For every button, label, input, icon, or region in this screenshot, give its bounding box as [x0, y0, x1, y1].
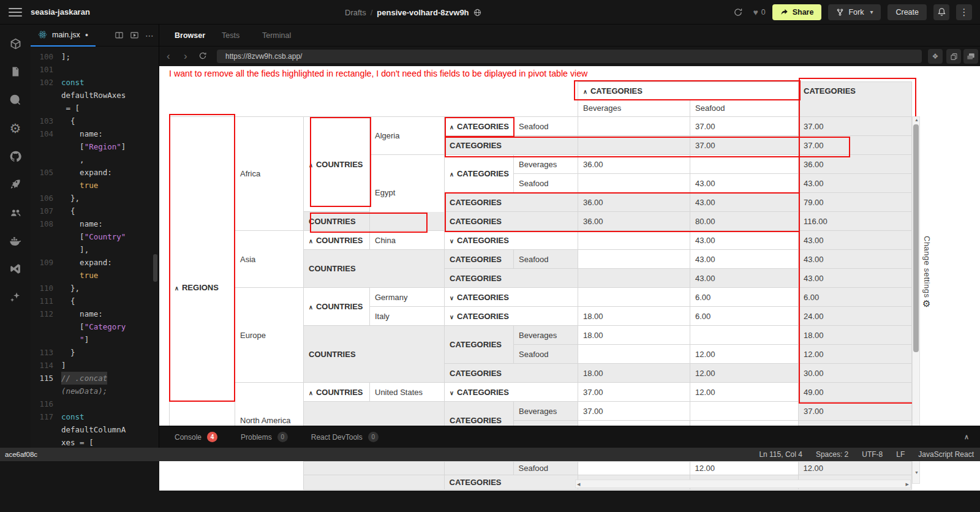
- caret-expanded-icon[interactable]: ∧: [450, 124, 454, 130]
- eol-type[interactable]: LF: [896, 450, 905, 459]
- change-settings-button[interactable]: Change settings⚙: [922, 236, 932, 308]
- deploy-rocket-icon[interactable]: [1, 170, 29, 198]
- console-tab[interactable]: Console 4: [175, 432, 217, 442]
- pivot-toggle-cell[interactable]: ∨CATEGORIES: [445, 307, 578, 326]
- scroll-right-icon[interactable]: ▶: [906, 482, 909, 487]
- collaborators-users-icon[interactable]: [1, 198, 29, 227]
- caret-collapsed-icon[interactable]: ∨: [450, 390, 454, 396]
- pivot-toggle-cell[interactable]: ∧CATEGORIES: [578, 82, 799, 100]
- caret-expanded-icon[interactable]: ∧: [309, 390, 313, 396]
- code-line: "]: [31, 333, 159, 346]
- likes-counter[interactable]: ♥ 0: [753, 7, 765, 17]
- line-number: 115: [31, 372, 61, 385]
- react-icon: [38, 30, 47, 39]
- vscode-icon[interactable]: [1, 255, 29, 283]
- tab-terminal[interactable]: Terminal: [262, 31, 291, 40]
- github-icon[interactable]: [1, 142, 29, 170]
- editor-pane: main.jsx ● ⋯ 100];101102constdefaultRowA…: [31, 24, 159, 448]
- vertical-scrollbar-thumb[interactable]: [913, 124, 919, 352]
- fork-button[interactable]: Fork ▾: [828, 4, 881, 20]
- reload-icon[interactable]: [198, 51, 207, 62]
- copy-pages-icon[interactable]: [946, 49, 961, 64]
- pivot-toggle-cell[interactable]: ∧CATEGORIES: [445, 155, 514, 193]
- pivot-toggle-cell[interactable]: ∧COUNTRIES: [304, 288, 370, 326]
- line-number: [31, 89, 61, 102]
- code-line: 101: [31, 63, 159, 76]
- ai-sparkles-icon[interactable]: [1, 283, 29, 311]
- tab-browser[interactable]: Browser: [175, 31, 205, 40]
- cursor-position[interactable]: Ln 115, Col 4: [759, 450, 802, 459]
- encoding[interactable]: UTF-8: [862, 450, 883, 459]
- open-in-new-window-icon[interactable]: [963, 49, 978, 64]
- caret-expanded-icon[interactable]: ∧: [450, 171, 454, 178]
- caret-collapsed-icon[interactable]: ∨: [450, 314, 454, 320]
- notifications-bell-icon[interactable]: [933, 4, 949, 20]
- line-number: 112: [31, 307, 61, 320]
- code-editor[interactable]: 100];101102constdefaultRowAxes = [103 {1…: [31, 47, 159, 448]
- editor-more-icon[interactable]: ⋯: [145, 31, 154, 40]
- pivot-toggle-cell[interactable]: ∧COUNTRIES: [304, 117, 370, 212]
- caret-collapsed-icon[interactable]: ∨: [450, 238, 454, 244]
- editor-scrollbar-thumb[interactable]: [153, 254, 157, 282]
- table-row: ∧REGIONSAfrica∧COUNTRIESAlgeria∧CATEGORI…: [170, 117, 912, 136]
- caret-expanded-icon[interactable]: ∧: [175, 285, 179, 292]
- share-button[interactable]: Share: [772, 4, 822, 20]
- problems-tab[interactable]: Problems 0: [241, 432, 288, 442]
- line-number: 108: [31, 217, 61, 230]
- pivot-cell: COUNTRIES: [304, 326, 445, 383]
- pivot-toggle-cell[interactable]: ∨CATEGORIES: [445, 231, 578, 250]
- scroll-left-icon[interactable]: ◀: [577, 482, 580, 487]
- docker-whale-icon[interactable]: [1, 227, 29, 255]
- visibility-globe-icon[interactable]: [473, 9, 481, 17]
- caret-expanded-icon[interactable]: ∧: [309, 238, 313, 244]
- pivot-cell: 37.00: [799, 402, 912, 421]
- unsaved-changes-dot: ●: [85, 32, 88, 38]
- breadcrumb-drafts[interactable]: Drafts: [345, 8, 366, 17]
- url-input[interactable]: https://8zvw9h.csb.app/: [217, 50, 922, 63]
- pivot-toggle-cell[interactable]: ∧COUNTRIES: [304, 383, 370, 402]
- fork-caret-down-icon[interactable]: ▾: [870, 9, 873, 15]
- scroll-up-icon[interactable]: ▲: [914, 118, 919, 122]
- more-options-kebab-icon[interactable]: ⋮: [956, 4, 972, 20]
- pivot-cell: 18.00: [799, 326, 912, 345]
- open-preview-icon[interactable]: [130, 31, 139, 40]
- devtools-tab-bar: Browser Tests Terminal: [159, 24, 980, 47]
- horizontal-scrollbar[interactable]: ◀ ▶: [575, 480, 911, 488]
- caret-collapsed-icon[interactable]: ∨: [450, 295, 454, 301]
- scroll-down-icon[interactable]: ▼: [914, 470, 919, 475]
- forward-icon[interactable]: ›: [184, 51, 187, 61]
- responsive-mode-icon[interactable]: ❖: [928, 49, 943, 64]
- pivot-toggle-cell[interactable]: ∧COUNTRIES: [304, 231, 370, 250]
- tab-tests[interactable]: Tests: [222, 31, 239, 40]
- pivot-cell: 6.00: [690, 307, 799, 326]
- caret-expanded-icon[interactable]: ∧: [583, 88, 587, 95]
- caret-expanded-icon[interactable]: ∧: [309, 162, 313, 168]
- sandbox-cube-icon[interactable]: [1, 29, 29, 58]
- split-view-icon[interactable]: [115, 31, 124, 40]
- pivot-toggle-cell[interactable]: ∨CATEGORIES: [445, 288, 578, 307]
- table-row: Asia∧COUNTRIESChina∨CATEGORIES43.0043.00: [170, 231, 912, 250]
- settings-gear-icon[interactable]: ⚙: [1, 114, 29, 142]
- language-mode[interactable]: JavaScript React: [918, 450, 974, 459]
- caret-expanded-icon[interactable]: ∧: [309, 304, 313, 311]
- expand-console-chevron-icon[interactable]: ∧: [964, 433, 980, 441]
- sync-refresh-icon[interactable]: [730, 4, 746, 20]
- pivot-cell: CATEGORIES: [445, 269, 578, 288]
- pivot-toggle-cell[interactable]: ∧REGIONS: [170, 117, 235, 459]
- files-icon[interactable]: [1, 58, 29, 86]
- pivot-cell: 18.00: [578, 364, 690, 383]
- tab-main-jsx[interactable]: main.jsx ●: [31, 24, 96, 47]
- create-button[interactable]: Create: [888, 4, 927, 20]
- pivot-toggle-cell[interactable]: ∨CATEGORIES: [445, 383, 578, 402]
- workspace-name[interactable]: seasia-jaskaran: [31, 7, 90, 17]
- pivot-cell: Beverages: [578, 100, 690, 117]
- indentation[interactable]: Spaces: 2: [816, 450, 848, 459]
- breadcrumb-project[interactable]: pensive-volhard-8zvw9h: [377, 8, 469, 17]
- code-line: ["Country": [31, 230, 159, 243]
- back-icon[interactable]: ‹: [167, 51, 170, 61]
- pivot-toggle-cell[interactable]: ∧CATEGORIES: [445, 117, 514, 136]
- menu-hamburger-icon[interactable]: [9, 8, 22, 17]
- react-devtools-tab[interactable]: React DevTools 0: [311, 432, 379, 442]
- search-icon[interactable]: [1, 86, 29, 114]
- pivot-cell: United States: [370, 383, 445, 402]
